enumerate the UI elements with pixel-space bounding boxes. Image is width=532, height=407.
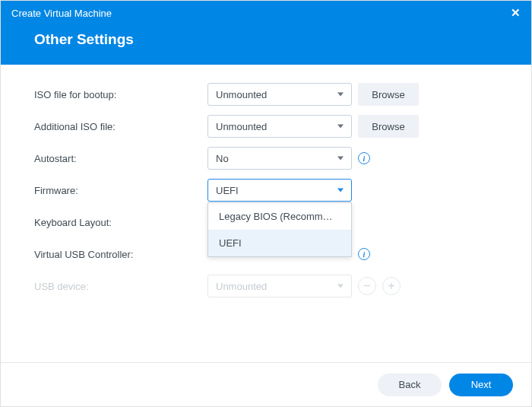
select-usb-device: Unmounted [207,275,352,297]
select-iso-bootup[interactable]: Unmounted [207,83,352,106]
row-iso-bootup: ISO file for bootup: Unmounted Browse [34,83,498,106]
label-iso-bootup: ISO file for bootup: [34,89,207,100]
row-firmware: Firmware: UEFI Legacy BIOS (Recomm… UEFI [34,179,498,202]
info-icon[interactable]: i [358,248,370,260]
firmware-option-legacy[interactable]: Legacy BIOS (Recomm… [208,203,351,230]
chevron-down-icon [337,93,344,97]
close-icon[interactable]: ✕ [511,6,521,20]
label-firmware: Firmware: [34,185,207,196]
window-title: Create Virtual Machine [11,8,112,19]
select-firmware-value: UEFI [216,185,239,196]
firmware-dropdown-wrap: UEFI Legacy BIOS (Recomm… UEFI [207,179,352,202]
label-additional-iso: Additional ISO file: [34,121,207,132]
label-usb-controller: Virtual USB Controller: [34,249,207,260]
select-additional-iso[interactable]: Unmounted [207,115,352,138]
label-autostart: Autostart: [34,153,207,164]
browse-additional-iso-button[interactable]: Browse [358,115,419,138]
add-usb-button: + [382,277,401,295]
label-keyboard: Keyboard Layout: [34,217,207,228]
back-button[interactable]: Back [378,374,442,396]
row-usb-device: USB device: Unmounted − + [34,275,498,297]
browse-iso-button[interactable]: Browse [358,83,419,106]
row-autostart: Autostart: No i [34,147,498,170]
select-additional-iso-value: Unmounted [216,121,267,132]
row-additional-iso: Additional ISO file: Unmounted Browse [34,115,498,138]
info-icon[interactable]: i [358,152,370,164]
chevron-down-icon [337,157,344,161]
titlebar: Create Virtual Machine ✕ [1,1,531,25]
label-usb-device: USB device: [34,281,207,292]
footer: Back Next [1,362,531,406]
select-autostart[interactable]: No [207,147,352,170]
chevron-down-icon [337,125,344,129]
form-content: ISO file for bootup: Unmounted Browse Ad… [1,65,531,297]
chevron-down-icon [337,285,344,288]
firmware-option-uefi[interactable]: UEFI [208,230,351,256]
next-button[interactable]: Next [449,374,513,396]
select-autostart-value: No [216,153,229,164]
select-iso-bootup-value: Unmounted [216,89,267,100]
select-firmware[interactable]: UEFI [207,179,352,202]
firmware-dropdown-panel: Legacy BIOS (Recomm… UEFI [207,202,352,257]
page-title: Other Settings [1,25,531,65]
chevron-down-icon [337,189,344,192]
remove-usb-button: − [358,277,376,295]
select-usb-device-value: Unmounted [216,281,267,292]
